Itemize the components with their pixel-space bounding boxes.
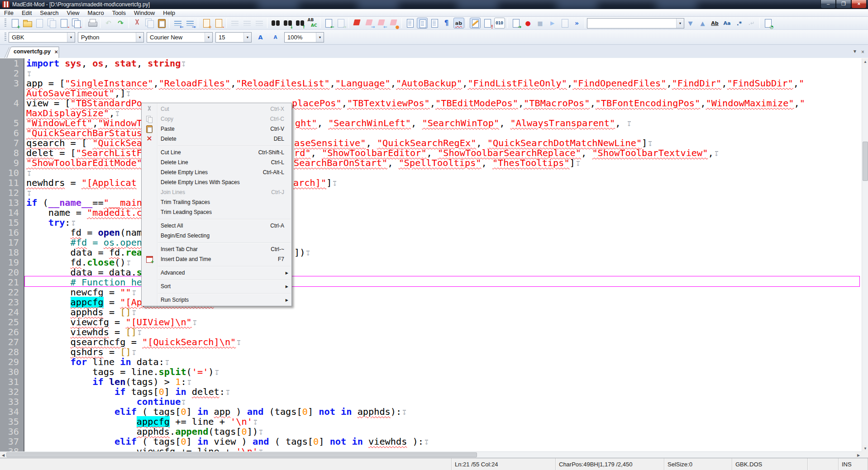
whole-word-icon[interactable]: Ab [710,18,720,28]
macro-script-icon[interactable] [559,18,570,28]
context-menu-item-delete[interactable]: ×DeleteDEL [142,134,291,144]
tab-convertcfg[interactable]: convertcfg.py × [6,47,60,58]
next-bookmark-icon[interactable]: → [364,18,375,28]
run-script-icon[interactable]: ➜ [510,18,521,28]
menu-tools[interactable]: Tools [108,9,130,17]
search-combo-arrow-icon[interactable]: ▼ [676,19,684,28]
toolbar-grip[interactable] [5,19,6,28]
context-menu-item-paste[interactable]: PasteCtrl-V [142,124,291,134]
context-menu-item-sort[interactable]: Sort▶ [142,281,291,291]
wrap-window-icon[interactable] [242,18,253,28]
menu-view[interactable]: View [63,9,84,17]
clear-bookmarks-icon[interactable]: ● [388,18,399,28]
font-combo[interactable]: Courier New▼ [147,32,213,43]
title-bar[interactable]: MadEdit-Mod - [D:\Programs\madedit-mod\c… [0,0,868,9]
font-combo-arrow-icon[interactable]: ▼ [205,33,212,42]
context-menu-item-cut-line[interactable]: Cut LineCtrl-Shift-L [142,147,291,157]
column-mode-icon[interactable] [417,18,428,28]
hex-mode-icon[interactable] [429,18,440,28]
menu-window[interactable]: Window [130,9,159,17]
toggle-bookmark-icon[interactable] [352,18,362,28]
encoding-combo-arrow-icon[interactable]: ▼ [67,33,75,42]
goto-next-pos-icon[interactable]: → [335,18,346,28]
close-file-icon[interactable]: - [58,18,69,28]
replace-icon[interactable] [307,18,318,28]
prev-bookmark-icon[interactable]: ← [376,18,387,28]
nowrap-icon[interactable] [229,18,240,28]
save-file-icon[interactable] [34,18,45,28]
fontsize-combo[interactable]: 15▼ [215,32,252,43]
save-all-icon[interactable] [46,18,57,28]
stop-macro-icon[interactable]: ■ [535,18,546,28]
encoding-combo[interactable]: GBK▼ [9,32,75,43]
unindent-icon[interactable]: ← [172,18,183,28]
fontsize-combo-arrow-icon[interactable]: ▼ [243,33,251,42]
vertical-scrollbar[interactable]: ▲ ▼ [862,58,868,451]
close-all-icon[interactable]: - [71,18,81,28]
goto-prev-pos-icon[interactable]: ← [323,18,334,28]
copy-icon[interactable] [144,18,155,28]
menu-edit[interactable]: Edit [18,9,36,17]
open-file-icon[interactable] [22,18,33,28]
vertical-scroll-thumb[interactable] [863,142,868,181]
tab-list-icon[interactable]: ▼ [853,49,857,54]
find-icon[interactable] [270,18,281,28]
close-button[interactable]: × [851,0,867,9]
regex-icon[interactable]: .* [734,18,745,28]
context-menu-item-select-all[interactable]: Select AllCtrl-A [142,221,291,231]
text-mode-icon[interactable] [405,18,415,28]
menu-file[interactable]: File [0,9,18,17]
file-history-icon[interactable]: ◔ [763,18,773,28]
indent-icon[interactable]: → [185,18,196,28]
minimize-button[interactable]: – [820,0,836,9]
find-prev-icon[interactable]: ↑ [295,18,305,28]
play-macro-icon[interactable]: ▶ [547,18,558,28]
context-menu-item-begin-end-selecting[interactable]: Begin/End Selecting [142,231,291,241]
context-menu-item-delete-empty-lines[interactable]: Delete Empty LinesCtrl-Alt-L [142,167,291,177]
dotall-icon[interactable]: .↵ [746,18,757,28]
search-up-icon[interactable]: ▲ [697,18,708,28]
cut-icon[interactable] [132,18,143,28]
menu-help[interactable]: Help [159,9,179,17]
tab-close-icon[interactable]: × [54,48,58,55]
context-menu-item-insert-date-and-time[interactable]: Insert Date and TimeF7 [142,254,291,264]
comment-icon[interactable]: + [201,18,212,28]
scroll-up-icon[interactable]: ▲ [862,58,868,65]
font-smaller-icon[interactable]: A [270,32,281,43]
show-newline-icon[interactable]: ¶ [441,18,452,28]
uncomment-icon[interactable]: - [213,18,224,28]
menu-macro[interactable]: Macro [84,9,108,17]
new-file-icon[interactable]: + [10,18,20,28]
menu-search[interactable]: Search [36,9,62,17]
readonly-icon[interactable]: ! [482,18,493,28]
context-menu-item-delete-empty-lines-with-spaces[interactable]: Delete Empty Lines With Spaces [142,177,291,187]
hex-view-icon[interactable]: 010 [494,18,505,28]
tabbar-close-icon[interactable]: × [861,49,864,55]
context-menu-item-trim-leading-spaces[interactable]: Trim Leading Spaces [142,207,291,217]
show-marks-icon[interactable]: ab [453,18,464,28]
toolbar-grip[interactable] [5,33,6,42]
context-menu-item-run-scripts[interactable]: Run Scripts▶ [142,295,291,305]
context-menu-item-trim-trailing-spaces[interactable]: Trim Trailing Spaces [142,197,291,207]
code-editor[interactable]: 1234567891011121314151617181920212223242… [0,58,862,451]
search-combo[interactable]: ▼ [587,18,684,28]
font-bigger-icon[interactable]: A [255,32,266,43]
horizontal-scroll-thumb[interactable] [6,452,477,457]
scroll-down-icon[interactable]: ▼ [862,445,868,451]
scroll-left-icon[interactable]: ◀ [0,452,6,458]
syntax-combo[interactable]: Python▼ [78,32,144,43]
undo-icon[interactable]: ↶ [103,18,114,28]
print-icon[interactable] [87,18,98,28]
context-menu-item-delete-line[interactable]: Delete LineCtrl-L [142,157,291,167]
context-menu-item-advanced[interactable]: Advanced▶ [142,268,291,278]
edit-mode-icon[interactable] [470,18,481,28]
zoom-combo-arrow-icon[interactable]: ▼ [316,33,324,42]
match-case-icon[interactable]: Aa [722,18,733,28]
horizontal-scrollbar[interactable]: ◀ ▶ [0,451,862,458]
redo-icon[interactable]: ↷ [115,18,126,28]
scroll-right-icon[interactable]: ▶ [855,452,862,458]
wrap-column-icon[interactable] [254,18,265,28]
syntax-combo-arrow-icon[interactable]: ▼ [136,33,143,42]
paste-icon[interactable] [156,18,167,28]
toolbar-overflow-icon[interactable]: » [572,18,582,28]
